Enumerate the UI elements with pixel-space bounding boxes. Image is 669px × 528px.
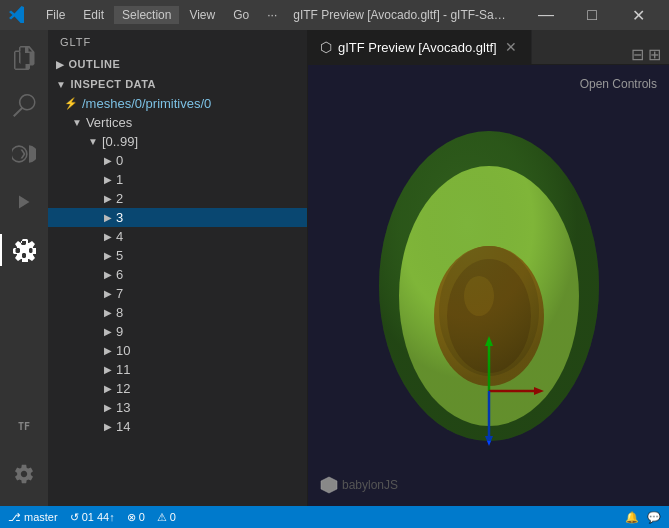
sidebar-content: ▶ OUTLINE ▼ INSPECT DATA ⚡ /meshes/0/pri… — [48, 54, 307, 506]
item-7-label: 7 — [116, 286, 123, 301]
window-title: gITF Preview [Avocado.gltf] - gITF-Sampl… — [293, 8, 515, 22]
status-right: 🔔 💬 — [625, 511, 661, 524]
item-14[interactable]: ▶ 14 — [48, 417, 307, 436]
activity-bottom — [0, 450, 48, 506]
warnings-label: 0 — [170, 511, 176, 523]
inspect-data-section: ▼ INSPECT DATA ⚡ /meshes/0/primitives/0 … — [48, 74, 307, 436]
branch-icon: ⎇ — [8, 511, 21, 524]
range-label: [0..99] — [102, 134, 138, 149]
warning-icon: ⚠ — [157, 511, 167, 524]
tab-gltf-preview[interactable]: ⬡ gITF Preview [Avocado.gltf] ✕ — [308, 30, 532, 64]
avocado-container — [308, 65, 669, 506]
inspect-chevron: ▼ — [56, 79, 66, 90]
maximize-button[interactable]: □ — [569, 0, 615, 30]
sidebar: GLTF ▶ OUTLINE ▼ INSPECT DATA ⚡ /meshes/… — [48, 30, 308, 506]
menu-edit[interactable]: Edit — [75, 6, 112, 24]
tab-close-button[interactable]: ✕ — [503, 39, 519, 55]
item-9-chevron: ▶ — [104, 326, 112, 337]
item-0-label: 0 — [116, 153, 123, 168]
menu-file[interactable]: File — [38, 6, 73, 24]
vertices-chevron: ▼ — [72, 117, 82, 128]
babylon-badge: babylonJS — [320, 476, 398, 494]
item-0[interactable]: ▶ 0 — [48, 151, 307, 170]
item-1[interactable]: ▶ 1 — [48, 170, 307, 189]
outline-section: ▶ OUTLINE — [48, 54, 307, 74]
item-6[interactable]: ▶ 6 — [48, 265, 307, 284]
menu-view[interactable]: View — [181, 6, 223, 24]
item-4[interactable]: ▶ 4 — [48, 227, 307, 246]
item-2-chevron: ▶ — [104, 193, 112, 204]
split-editor-icon[interactable]: ⊟ — [631, 45, 644, 64]
warnings-status[interactable]: ⚠ 0 — [157, 511, 176, 524]
item-8-chevron: ▶ — [104, 307, 112, 318]
item-13-label: 13 — [116, 400, 130, 415]
item-12-chevron: ▶ — [104, 383, 112, 394]
tab-icon: ⬡ — [320, 39, 332, 55]
item-5-chevron: ▶ — [104, 250, 112, 261]
activity-search[interactable] — [0, 82, 48, 130]
item-1-chevron: ▶ — [104, 174, 112, 185]
activity-settings[interactable] — [0, 450, 48, 498]
path-item[interactable]: ⚡ /meshes/0/primitives/0 — [48, 94, 307, 113]
item-10-label: 10 — [116, 343, 130, 358]
menu-more[interactable]: ··· — [259, 6, 285, 24]
item-5-label: 5 — [116, 248, 123, 263]
sync-label: 01 44↑ — [82, 511, 115, 523]
activity-extensions[interactable] — [0, 226, 48, 274]
item-3-chevron: ▶ — [104, 212, 112, 223]
tab-label: gITF Preview [Avocado.gltf] — [338, 40, 497, 55]
menu-go[interactable]: Go — [225, 6, 257, 24]
item-11[interactable]: ▶ 11 — [48, 360, 307, 379]
activity-source-control[interactable] — [0, 130, 48, 178]
inspect-data-label: INSPECT DATA — [70, 78, 156, 90]
inspect-data-header[interactable]: ▼ INSPECT DATA — [48, 74, 307, 94]
item-7[interactable]: ▶ 7 — [48, 284, 307, 303]
editor-area: ⬡ gITF Preview [Avocado.gltf] ✕ ⊟ ⊞ Open… — [308, 30, 669, 506]
main-layout: TF GLTF ▶ OUTLINE ▼ INSPECT DATA — [0, 30, 669, 506]
item-5[interactable]: ▶ 5 — [48, 246, 307, 265]
item-12[interactable]: ▶ 12 — [48, 379, 307, 398]
item-4-label: 4 — [116, 229, 123, 244]
item-10-chevron: ▶ — [104, 345, 112, 356]
minimize-button[interactable]: — — [523, 0, 569, 30]
item-10[interactable]: ▶ 10 — [48, 341, 307, 360]
outline-label: OUTLINE — [69, 58, 121, 70]
notification-bell[interactable]: 🔔 — [625, 511, 639, 524]
layout-icon[interactable]: ⊞ — [648, 45, 661, 64]
item-0-chevron: ▶ — [104, 155, 112, 166]
item-3[interactable]: ▶ 3 — [48, 208, 307, 227]
path-icon: ⚡ — [64, 97, 78, 110]
activity-tf[interactable]: TF — [0, 402, 48, 450]
svg-marker-13 — [321, 477, 337, 493]
menu-bar: File Edit Selection View Go ··· — [38, 6, 285, 24]
item-13[interactable]: ▶ 13 — [48, 398, 307, 417]
outline-chevron: ▶ — [56, 59, 65, 70]
item-9[interactable]: ▶ 9 — [48, 322, 307, 341]
activity-explorer[interactable] — [0, 34, 48, 82]
branch-label: master — [24, 511, 58, 523]
item-14-label: 14 — [116, 419, 130, 434]
activity-run[interactable] — [0, 178, 48, 226]
preview-canvas[interactable]: Open Controls — [308, 65, 669, 506]
svg-point-12 — [379, 131, 599, 441]
sync-status[interactable]: ↺ 01 44↑ — [70, 511, 115, 524]
range-chevron: ▼ — [88, 136, 98, 147]
babylon-label: babylonJS — [342, 478, 398, 492]
item-11-label: 11 — [116, 362, 130, 377]
outline-header[interactable]: ▶ OUTLINE — [48, 54, 307, 74]
item-8[interactable]: ▶ 8 — [48, 303, 307, 322]
vertices-item[interactable]: ▼ Vertices — [48, 113, 307, 132]
item-14-chevron: ▶ — [104, 421, 112, 432]
item-13-chevron: ▶ — [104, 402, 112, 413]
range-item[interactable]: ▼ [0..99] — [48, 132, 307, 151]
menu-selection[interactable]: Selection — [114, 6, 179, 24]
chat-icon[interactable]: 💬 — [647, 511, 661, 524]
close-button[interactable]: ✕ — [615, 0, 661, 30]
item-2[interactable]: ▶ 2 — [48, 189, 307, 208]
path-label: /meshes/0/primitives/0 — [82, 96, 211, 111]
errors-status[interactable]: ⊗ 0 — [127, 511, 145, 524]
item-11-chevron: ▶ — [104, 364, 112, 375]
branch-status[interactable]: ⎇ master — [8, 511, 58, 524]
errors-label: 0 — [139, 511, 145, 523]
item-4-chevron: ▶ — [104, 231, 112, 242]
